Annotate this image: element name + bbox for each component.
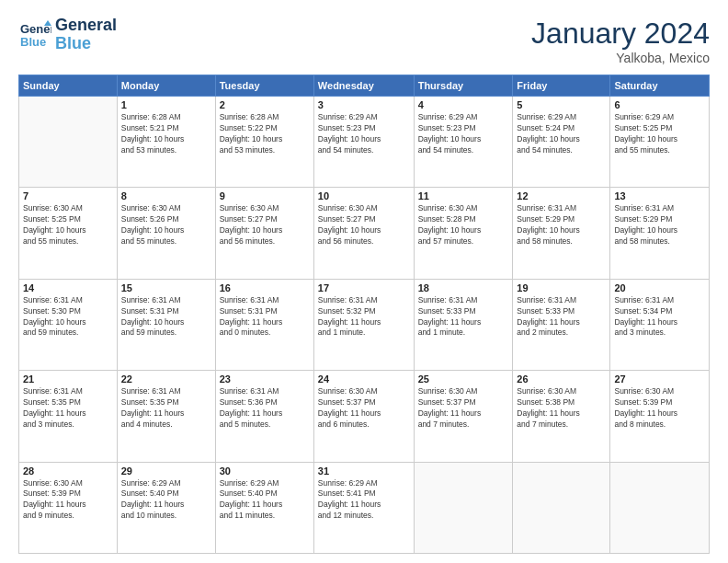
title-block: January 2024 Yalkoba, Mexico — [531, 17, 710, 65]
calendar-cell: 20Sunrise: 6:31 AM Sunset: 5:34 PM Dayli… — [610, 279, 710, 370]
weekday-header-saturday: Saturday — [610, 75, 710, 97]
calendar-cell: 18Sunrise: 6:31 AM Sunset: 5:33 PM Dayli… — [414, 279, 513, 370]
day-info: Sunrise: 6:28 AM Sunset: 5:21 PM Dayligh… — [121, 112, 211, 156]
calendar-cell — [19, 97, 118, 188]
page: General Blue General Blue January 2024 Y… — [0, 0, 728, 563]
calendar-cell: 27Sunrise: 6:30 AM Sunset: 5:39 PM Dayli… — [610, 371, 710, 462]
day-number: 15 — [121, 282, 211, 293]
day-info: Sunrise: 6:30 AM Sunset: 5:28 PM Dayligh… — [418, 203, 509, 247]
day-number: 18 — [418, 282, 509, 293]
day-number: 9 — [220, 190, 310, 201]
day-number: 19 — [517, 282, 606, 293]
day-number: 10 — [318, 190, 410, 201]
logo-text-blue: Blue — [55, 34, 91, 52]
day-number: 24 — [318, 373, 410, 385]
day-number: 14 — [23, 282, 113, 293]
calendar-cell — [610, 462, 710, 553]
day-info: Sunrise: 6:29 AM Sunset: 5:24 PM Dayligh… — [517, 112, 606, 156]
weekday-header-friday: Friday — [513, 75, 610, 97]
weekday-header-row: SundayMondayTuesdayWednesdayThursdayFrid… — [19, 75, 710, 97]
day-info: Sunrise: 6:29 AM Sunset: 5:23 PM Dayligh… — [418, 112, 509, 156]
day-info: Sunrise: 6:30 AM Sunset: 5:39 PM Dayligh… — [614, 386, 705, 431]
day-info: Sunrise: 6:29 AM Sunset: 5:41 PM Dayligh… — [318, 478, 410, 523]
calendar-table: SundayMondayTuesdayWednesdayThursdayFrid… — [18, 75, 710, 554]
calendar-cell: 15Sunrise: 6:31 AM Sunset: 5:31 PM Dayli… — [117, 279, 215, 370]
calendar-cell: 1Sunrise: 6:28 AM Sunset: 5:21 PM Daylig… — [117, 97, 215, 188]
day-info: Sunrise: 6:30 AM Sunset: 5:27 PM Dayligh… — [220, 203, 310, 247]
calendar-cell: 12Sunrise: 6:31 AM Sunset: 5:29 PM Dayli… — [513, 188, 610, 279]
day-info: Sunrise: 6:28 AM Sunset: 5:22 PM Dayligh… — [220, 112, 310, 156]
calendar-cell: 14Sunrise: 6:31 AM Sunset: 5:30 PM Dayli… — [19, 279, 118, 370]
calendar-cell: 11Sunrise: 6:30 AM Sunset: 5:28 PM Dayli… — [414, 188, 513, 279]
day-info: Sunrise: 6:29 AM Sunset: 5:40 PM Dayligh… — [121, 478, 211, 523]
calendar-cell: 8Sunrise: 6:30 AM Sunset: 5:26 PM Daylig… — [117, 188, 215, 279]
calendar-cell: 23Sunrise: 6:31 AM Sunset: 5:36 PM Dayli… — [215, 371, 313, 462]
weekday-header-sunday: Sunday — [19, 75, 118, 97]
week-row-3: 14Sunrise: 6:31 AM Sunset: 5:30 PM Dayli… — [19, 279, 710, 370]
calendar-cell: 28Sunrise: 6:30 AM Sunset: 5:39 PM Dayli… — [19, 462, 118, 553]
logo-icon: General Blue — [18, 18, 51, 52]
calendar-cell: 16Sunrise: 6:31 AM Sunset: 5:31 PM Dayli… — [215, 279, 313, 370]
calendar-cell: 17Sunrise: 6:31 AM Sunset: 5:32 PM Dayli… — [313, 279, 414, 370]
calendar-title: January 2024 — [531, 17, 710, 51]
day-info: Sunrise: 6:29 AM Sunset: 5:23 PM Dayligh… — [318, 112, 410, 156]
day-info: Sunrise: 6:31 AM Sunset: 5:35 PM Dayligh… — [121, 386, 211, 431]
calendar-cell: 13Sunrise: 6:31 AM Sunset: 5:29 PM Dayli… — [610, 188, 710, 279]
calendar-cell: 4Sunrise: 6:29 AM Sunset: 5:23 PM Daylig… — [414, 97, 513, 188]
day-number: 25 — [418, 373, 509, 385]
calendar-cell: 26Sunrise: 6:30 AM Sunset: 5:38 PM Dayli… — [513, 371, 610, 462]
calendar-cell — [414, 462, 513, 553]
day-number: 13 — [614, 190, 705, 201]
day-number: 3 — [318, 99, 410, 110]
day-number: 29 — [121, 465, 211, 477]
day-info: Sunrise: 6:31 AM Sunset: 5:34 PM Dayligh… — [614, 295, 705, 339]
day-info: Sunrise: 6:30 AM Sunset: 5:27 PM Dayligh… — [318, 203, 410, 247]
calendar-cell: 29Sunrise: 6:29 AM Sunset: 5:40 PM Dayli… — [117, 462, 215, 553]
day-info: Sunrise: 6:31 AM Sunset: 5:33 PM Dayligh… — [418, 295, 509, 339]
logo-text-general: General — [55, 16, 117, 34]
day-number: 1 — [121, 99, 211, 110]
day-number: 12 — [517, 190, 606, 201]
day-number: 31 — [318, 465, 410, 477]
day-number: 4 — [418, 99, 509, 110]
day-number: 7 — [23, 190, 113, 201]
day-info: Sunrise: 6:30 AM Sunset: 5:37 PM Dayligh… — [318, 386, 410, 431]
calendar-subtitle: Yalkoba, Mexico — [531, 51, 710, 65]
weekday-header-monday: Monday — [117, 75, 215, 97]
weekday-header-tuesday: Tuesday — [215, 75, 313, 97]
week-row-2: 7Sunrise: 6:30 AM Sunset: 5:25 PM Daylig… — [19, 188, 710, 279]
day-number: 11 — [418, 190, 509, 201]
day-number: 22 — [121, 373, 211, 385]
day-info: Sunrise: 6:31 AM Sunset: 5:35 PM Dayligh… — [23, 386, 113, 431]
calendar-cell: 7Sunrise: 6:30 AM Sunset: 5:25 PM Daylig… — [19, 188, 118, 279]
day-number: 8 — [121, 190, 211, 201]
day-info: Sunrise: 6:30 AM Sunset: 5:26 PM Dayligh… — [121, 203, 211, 247]
logo: General Blue General Blue — [18, 17, 117, 53]
calendar-cell: 25Sunrise: 6:30 AM Sunset: 5:37 PM Dayli… — [414, 371, 513, 462]
calendar-cell: 5Sunrise: 6:29 AM Sunset: 5:24 PM Daylig… — [513, 97, 610, 188]
calendar-cell: 22Sunrise: 6:31 AM Sunset: 5:35 PM Dayli… — [117, 371, 215, 462]
day-number: 2 — [220, 99, 310, 110]
day-number: 27 — [614, 373, 705, 385]
day-info: Sunrise: 6:31 AM Sunset: 5:31 PM Dayligh… — [220, 295, 310, 339]
calendar-cell: 6Sunrise: 6:29 AM Sunset: 5:25 PM Daylig… — [610, 97, 710, 188]
week-row-1: 1Sunrise: 6:28 AM Sunset: 5:21 PM Daylig… — [19, 97, 710, 188]
day-info: Sunrise: 6:30 AM Sunset: 5:39 PM Dayligh… — [23, 478, 113, 523]
day-info: Sunrise: 6:29 AM Sunset: 5:40 PM Dayligh… — [220, 478, 310, 523]
day-info: Sunrise: 6:30 AM Sunset: 5:38 PM Dayligh… — [517, 386, 606, 431]
day-info: Sunrise: 6:31 AM Sunset: 5:31 PM Dayligh… — [121, 295, 211, 339]
day-info: Sunrise: 6:31 AM Sunset: 5:29 PM Dayligh… — [517, 203, 606, 247]
day-number: 16 — [220, 282, 310, 293]
day-number: 26 — [517, 373, 606, 385]
day-info: Sunrise: 6:30 AM Sunset: 5:37 PM Dayligh… — [418, 386, 509, 431]
day-number: 28 — [23, 465, 113, 477]
day-info: Sunrise: 6:30 AM Sunset: 5:25 PM Dayligh… — [23, 203, 113, 247]
day-number: 30 — [220, 465, 310, 477]
weekday-header-wednesday: Wednesday — [313, 75, 414, 97]
day-number: 6 — [614, 99, 705, 110]
day-number: 5 — [517, 99, 606, 110]
day-info: Sunrise: 6:29 AM Sunset: 5:25 PM Dayligh… — [614, 112, 705, 156]
week-row-4: 21Sunrise: 6:31 AM Sunset: 5:35 PM Dayli… — [19, 371, 710, 462]
header: General Blue General Blue January 2024 Y… — [18, 17, 710, 65]
day-info: Sunrise: 6:31 AM Sunset: 5:32 PM Dayligh… — [318, 295, 410, 339]
